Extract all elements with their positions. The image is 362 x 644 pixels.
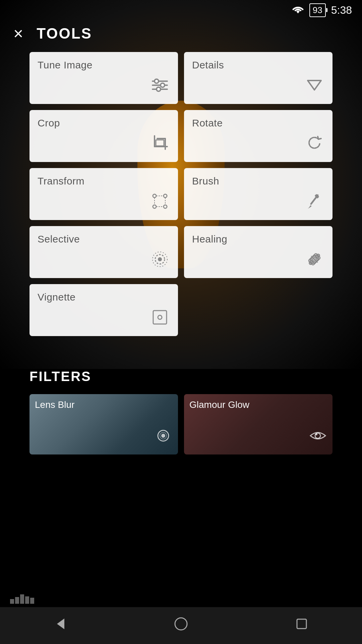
glamour-glow-icon [309, 427, 327, 449]
lens-blur-icon [154, 427, 173, 449]
svg-point-15 [164, 205, 167, 208]
battery-indicator: 93 [309, 3, 326, 17]
wifi-icon [292, 5, 304, 15]
rotate-icon [304, 133, 324, 156]
tool-label-tune-image: Tune Image [38, 59, 170, 71]
vignette-icon [150, 307, 170, 330]
recent-button[interactable] [294, 616, 310, 635]
filters-title: FILTERS [29, 369, 333, 384]
tool-card-crop[interactable]: Crop [29, 110, 178, 162]
svg-marker-6 [308, 80, 321, 90]
tool-card-selective[interactable]: Selective [29, 226, 178, 278]
tools-grid: Tune Image Details Crop [29, 52, 333, 336]
filters-section: FILTERS Lens Blur Glamour Glow [29, 369, 333, 454]
svg-point-35 [161, 434, 165, 438]
filters-grid: Lens Blur Glamour Glow [29, 394, 333, 454]
filter-card-glamour-glow[interactable]: Glamour Glow [184, 394, 333, 454]
brush-icon [304, 191, 324, 214]
tool-label-selective: Selective [38, 233, 170, 245]
svg-point-40 [175, 618, 187, 630]
svg-point-3 [161, 83, 165, 87]
filter-card-lens-blur[interactable]: Lens Blur [29, 394, 178, 454]
svg-rect-32 [153, 311, 167, 324]
tool-label-vignette: Vignette [38, 291, 170, 303]
tool-label-healing: Healing [192, 233, 324, 245]
svg-point-38 [315, 433, 317, 435]
svg-point-13 [164, 194, 167, 198]
histogram [10, 594, 34, 604]
tool-card-tune-image[interactable]: Tune Image [29, 52, 178, 104]
svg-rect-11 [156, 140, 164, 146]
close-button[interactable]: × [13, 25, 23, 42]
tool-card-details[interactable]: Details [184, 52, 333, 104]
home-button[interactable] [173, 616, 189, 635]
svg-point-21 [158, 257, 162, 261]
svg-point-1 [155, 79, 159, 83]
tool-card-vignette[interactable]: Vignette [29, 284, 178, 336]
filter-label-glamour-glow: Glamour Glow [189, 399, 249, 410]
tool-label-crop: Crop [38, 117, 170, 129]
transform-icon [150, 191, 170, 214]
status-bar: 93 5:38 [0, 0, 362, 20]
filter-label-lens-blur: Lens Blur [35, 399, 74, 410]
tool-card-brush[interactable]: Brush [184, 168, 333, 220]
header: × TOOLS [0, 18, 362, 49]
svg-point-14 [153, 205, 156, 208]
tool-card-healing[interactable]: Healing [184, 226, 333, 278]
tool-label-transform: Transform [38, 175, 170, 187]
svg-point-12 [153, 194, 156, 198]
svg-rect-41 [297, 619, 306, 629]
bottom-nav [0, 607, 362, 644]
tool-card-transform[interactable]: Transform [29, 168, 178, 220]
tool-label-rotate: Rotate [192, 117, 324, 129]
page-title: TOOLS [37, 25, 92, 42]
svg-point-5 [157, 87, 161, 91]
back-button[interactable] [52, 616, 68, 635]
tune-icon [150, 75, 170, 98]
clock: 5:38 [331, 4, 352, 16]
tool-card-rotate[interactable]: Rotate [184, 110, 333, 162]
tool-label-details: Details [192, 59, 324, 71]
tool-label-brush: Brush [192, 175, 324, 187]
healing-icon [304, 249, 324, 272]
details-icon [304, 75, 324, 98]
svg-point-33 [158, 315, 162, 319]
crop-icon [150, 133, 170, 156]
svg-marker-39 [57, 619, 64, 629]
selective-icon [150, 249, 170, 272]
